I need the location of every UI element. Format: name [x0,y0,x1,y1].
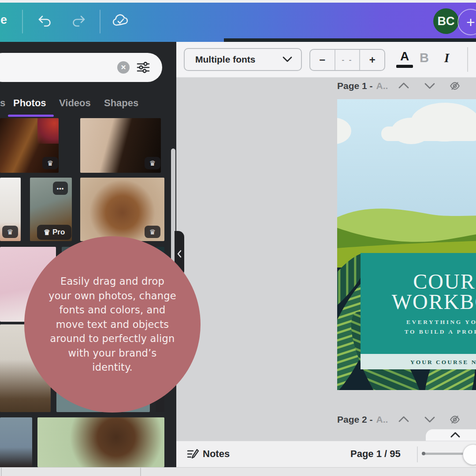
redo-icon[interactable] [71,14,86,29]
text-color-swatch [396,65,413,68]
move-page-up-icon[interactable] [398,82,409,89]
tab-photos[interactable]: Photos [13,97,46,109]
toolbar-separator [22,10,23,33]
page1-header: Page 1 - A.. [337,78,388,94]
zoom-slider-start-dot [422,452,425,455]
clear-search-icon[interactable]: ✕ [117,61,130,74]
search-input[interactable]: ✕ [0,53,162,82]
notes-button[interactable]: Notes [203,448,230,460]
canva-editor-window: e BC + ✕ [0,0,476,476]
page1-canvas[interactable]: COURSE WORKBOOK EVERYTHING YOU NEED TO B… [337,99,476,390]
page2-label: Page 2 - [337,414,373,425]
tab-videos[interactable]: Videos [59,97,91,109]
cover-subtitle-line1[interactable]: EVERYTHING YOU NEED [406,319,476,325]
text-color-button[interactable]: A [395,50,414,70]
tab-partial[interactable]: s [0,97,5,109]
bottom-bar-separator [417,446,418,462]
zoom-slider-thumb[interactable] [463,444,476,465]
toolbar-separator [100,10,100,33]
photo-detail [37,118,59,144]
font-size-increase-button[interactable]: + [359,50,384,70]
move-page-up-icon[interactable] [398,416,409,423]
bottom-bar: Notes Page 1 / 95 [176,441,476,468]
top-bar: e BC + [0,0,476,42]
font-selector[interactable]: Multiple fonts [184,48,302,71]
page1-label: Page 1 - [337,81,373,91]
font-size-stepper: − - - + [309,49,385,71]
window-bottom-strip [0,467,476,476]
cover-subtitle-line2[interactable]: TO BUILD A PROFITABLE [405,328,476,335]
page2-title[interactable]: A.. [376,414,388,425]
page1-title[interactable]: A.. [376,81,388,91]
avatar[interactable]: BC [433,8,459,34]
text-color-letter: A [395,50,414,63]
expand-panel-tab[interactable] [426,429,476,441]
page2-header: Page 2 - A.. [337,412,388,428]
bold-button[interactable]: B [420,51,429,65]
chevron-down-icon [283,56,292,63]
pro-crown-badge: ♛ [145,226,160,238]
page-indicator[interactable]: Page 1 / 95 [350,448,401,460]
active-tab-underline [8,115,54,117]
chevron-up-icon [450,432,460,438]
cover-title-line2[interactable]: WORKBOOK [392,290,476,313]
format-toolbar: Multiple fonts − - - + A B I [176,42,476,78]
font-size-value[interactable]: - - [335,50,360,70]
tip-overlay-circle: Easily drag and dropyour own photos, cha… [24,236,201,413]
italic-button[interactable]: I [444,51,449,65]
cover-footer-text[interactable]: YOUR COURSE NAME [410,359,476,365]
move-page-down-icon[interactable] [424,416,435,423]
toolbar-separator [467,47,468,72]
font-selector-value: Multiple fonts [195,54,255,65]
notes-icon [187,449,199,460]
strip-divider [140,468,141,476]
pro-badge-label: Pro [52,228,65,237]
pro-badge: ♛ Pro [37,225,71,240]
crown-icon: ♛ [44,228,50,237]
photo-thumbnail[interactable] [0,417,32,467]
cloud-sync-icon [111,12,130,29]
photo-thumbnail[interactable] [37,417,164,467]
pro-crown-badge: ♛ [145,157,160,169]
top-bar-bottom-line [224,38,476,42]
filter-sliders-icon[interactable] [137,60,150,74]
font-size-decrease-button[interactable]: − [310,50,335,70]
more-options-icon[interactable]: ••• [53,182,68,195]
undo-icon[interactable] [37,14,53,29]
tip-overlay-text: Easily drag and dropyour own photos, cha… [37,274,188,375]
hide-page-icon[interactable] [449,414,461,425]
move-page-down-icon[interactable] [424,82,435,89]
pro-crown-badge: ♛ [2,226,18,238]
strip-divider [1,468,2,476]
design-workspace: Page 1 - A.. [176,77,476,441]
pro-crown-badge: ♛ [42,157,58,169]
tab-shapes[interactable]: Shapes [104,97,138,109]
hide-page-icon[interactable] [449,80,461,92]
menu-item-partial[interactable]: e [0,13,7,27]
